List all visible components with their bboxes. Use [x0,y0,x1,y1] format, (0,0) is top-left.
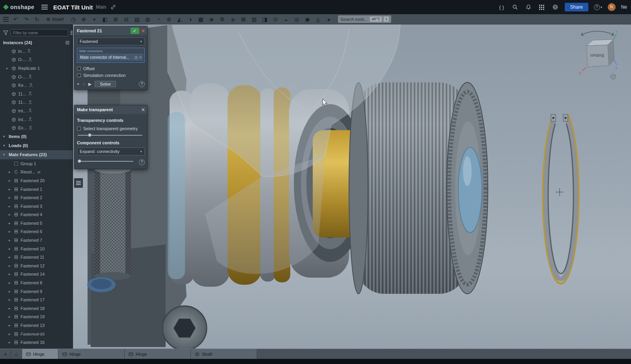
history-icon[interactable]: ◷ [68,15,78,24]
mate-feature-row[interactable]: ▸ Group 1 ⇄ [0,159,73,168]
mate-feature-row[interactable]: ▸ Fastened 15 ⇄ [0,330,73,338]
measure-icon[interactable]: ⌀ [228,15,238,24]
branch-label[interactable]: Main [96,4,106,10]
view-cube-face-label[interactable]: Bottom [590,53,604,58]
mate-connector-icon[interactable]: ⌖ [89,15,100,24]
simulation-checkbox-row[interactable]: Simulation connection [77,72,145,78]
3d-viewport[interactable] [73,24,631,349]
snapshot-icon[interactable]: ◔ [153,15,164,24]
configurations-icon[interactable]: ⚙ [217,15,228,24]
chevron-icon[interactable]: ▸ [9,187,12,191]
connectivity-slider-thumb[interactable] [78,159,81,163]
learning-center-icon[interactable] [551,3,559,11]
mate-feature-row[interactable]: ▸ Fastened 2 ⇄ [0,193,73,202]
chevron-icon[interactable]: ▸ [9,179,12,183]
chevron-icon[interactable]: ▸ [9,221,12,225]
instances-section-header[interactable]: Instances (24) ⊡ [0,38,73,47]
hide-show-icon[interactable]: ◎ [291,15,302,24]
animate-icon[interactable]: ▶ [88,82,91,87]
chevron-icon[interactable]: ▸ [6,66,9,70]
offset-checkbox[interactable] [77,67,81,71]
instance-row[interactable]: ▸ O-... [0,73,73,81]
tab-manager-home-icon[interactable]: ⌂ [11,349,22,359]
exploded-view-icon[interactable]: ◬ [313,15,323,24]
close-icon[interactable]: × [142,107,145,112]
dialog-help-icon[interactable]: ? [139,159,145,165]
filter-icon[interactable] [3,30,8,35]
chevron-icon[interactable]: ▸ [9,247,12,251]
frames-icon[interactable]: ▥ [249,15,259,24]
mate-feature-row[interactable]: ▸ Fastened 8 ⇄ [0,278,73,287]
panel-toggle-icon[interactable] [3,17,9,22]
chevron-icon[interactable]: ▸ [9,340,12,344]
rollback-icon[interactable]: ↻ [32,15,42,24]
section-view-icon[interactable]: ◒ [281,15,291,24]
dialog-help-icon[interactable]: ? [139,81,145,87]
app-grid-icon[interactable] [538,3,546,11]
instance-row[interactable]: ▸ 11... [0,90,73,98]
section-caret-icon[interactable]: ▾ [3,144,7,147]
accept-button[interactable]: ✓ [131,28,139,34]
mate-feature-row[interactable]: ▸ Fastened 13 ⇄ [0,321,73,330]
instance-row[interactable]: ▸ Replicate 1 [0,64,73,73]
share-button[interactable]: Share [565,3,588,11]
mate-feature-row[interactable]: ▸ Fastened 18 ⇄ [0,304,73,313]
filter-input[interactable] [11,29,68,36]
items-section-header[interactable]: ▾ Items (0) [0,132,73,141]
user-avatar[interactable]: N [608,3,616,11]
insert-instance-icon[interactable]: ⊡ [65,40,69,45]
mate-feature-row[interactable]: ▸ Fastened 6 ⇄ [0,228,73,236]
isolate-icon[interactable]: ◉ [302,15,313,24]
help-menu[interactable]: ? ▾ [594,4,602,10]
chevron-icon[interactable]: ▸ [9,213,12,217]
tree-toggle-button[interactable] [74,178,83,188]
chevron-icon[interactable]: ▸ [9,332,12,336]
instance-row[interactable]: ▸ Int... [0,106,73,115]
instance-row[interactable]: ▸ Ke... [0,81,73,90]
section-caret-icon[interactable]: ▾ [3,153,7,157]
chevron-icon[interactable]: ▸ [9,281,12,285]
flip-axis-icon[interactable]: ⌖ [77,82,79,87]
linear-pattern-icon[interactable]: ▤ [132,15,142,24]
insert-button[interactable]: ⊕ Insert [42,15,68,24]
select-geometry-checkbox[interactable] [77,127,81,131]
mate-connector-entry[interactable]: Mate connector of Internal... ◷ × [78,54,143,61]
dialog-header[interactable]: Make transparent × [75,105,147,114]
mate-connectors-box[interactable]: Mate connectors Mate connector of Intern… [77,48,145,63]
render-icon[interactable]: ◕ [323,15,334,24]
add-tab-button[interactable]: + [0,349,11,359]
mate-feature-row[interactable]: ▸ Fastened 20 ⇄ [0,176,73,185]
mate-icon[interactable]: ⊕ [78,15,89,24]
appearance-icon[interactable]: ◈ [206,15,217,24]
mate-feature-row[interactable]: ▸ Revol... ⇄ [0,168,73,177]
section-caret-icon[interactable]: ▾ [3,134,7,138]
loads-section-header[interactable]: ▾ Loads (0) [0,141,73,150]
chevron-icon[interactable]: ▸ [9,323,12,327]
group-icon[interactable]: ◧ [100,15,110,24]
instance-row[interactable]: ▸ 11... [0,98,73,107]
remove-connector-icon[interactable]: × [139,55,142,60]
chevron-icon[interactable]: ▸ [9,204,12,208]
instance-row[interactable]: ▸ Int... [0,115,73,124]
document-tab[interactable]: Hinge [22,349,58,359]
spotlight-icon[interactable]: ⊙ [270,15,281,24]
chevron-icon[interactable]: ▸ [9,196,12,200]
transparency-slider[interactable] [77,133,145,138]
orbit-arrows-icon[interactable] [583,31,612,34]
redo-icon[interactable]: ↷ [21,15,32,24]
mate-feature-row[interactable]: ▸ Fastened 11 ⇄ [0,253,73,261]
knurled-knob-part[interactable] [95,166,131,280]
search-tools-input[interactable]: Search tools... alt/℃ c [338,15,391,23]
onshape-logo[interactable]: onshape [10,4,34,10]
bom-table-icon[interactable]: ▦ [196,15,206,24]
display-states-icon[interactable]: ◑ [185,15,196,24]
mate-features-section-header[interactable]: ▾ Mate Features (23) [0,150,73,159]
replicate-icon[interactable]: ⊟ [121,15,132,24]
chevron-icon[interactable]: ▸ [9,289,12,293]
mate-feature-row[interactable]: ▸ Fastened 5 ⇄ [0,219,73,228]
cancel-button[interactable]: × [142,28,145,34]
mate-feature-row[interactable]: ▸ Fastened 7 ⇄ [0,236,73,245]
chevron-icon[interactable]: ▸ [9,272,12,276]
document-tab[interactable]: Hinge [58,349,125,359]
explode-icon[interactable]: ⊛ [164,15,174,24]
